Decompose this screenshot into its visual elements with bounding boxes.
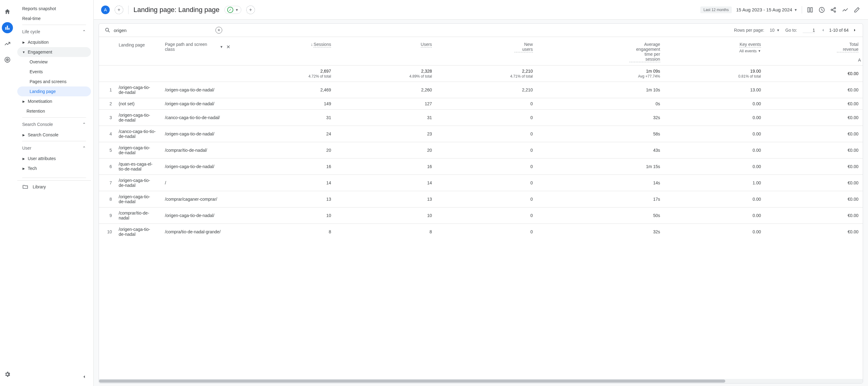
sidebar-item-acquisition[interactable]: Acquisition (17, 37, 91, 47)
segment-badge[interactable]: A (101, 5, 110, 14)
page-path-cell: /origen-caga-tio-de-nadal/ (161, 159, 235, 175)
sessions-cell: 16 (235, 159, 335, 175)
table-row[interactable]: 1/origen-caga-tio-de-nadal/origen-caga-t… (99, 82, 863, 98)
next-page-button[interactable] (852, 28, 857, 33)
key-events-cell: 0.00 (664, 98, 765, 110)
page-path-cell: /origen-caga-tio-de-nadal/ (161, 82, 235, 98)
sessions-cell: 14 (235, 175, 335, 191)
rows-per-page-label: Rows per page: (734, 28, 764, 33)
section-life-cycle[interactable]: Life cycle ⌃ (17, 26, 91, 37)
section-search-console[interactable]: Search Console ⌃ (17, 119, 91, 130)
sidebar-item-library[interactable]: Library (17, 180, 91, 193)
date-range-picker[interactable]: 15 Aug 2023 - 15 Aug 2024 ▼ (736, 7, 798, 12)
table-row[interactable]: 8/origen-caga-tio-de-nadal/comprar/cagan… (99, 191, 863, 207)
section-user[interactable]: User ⌃ (17, 142, 91, 153)
row-index: 8 (99, 191, 114, 207)
explore-icon[interactable] (2, 38, 13, 49)
revenue-cell: €0.00 (765, 175, 863, 191)
chevron-up-icon: ⌃ (82, 146, 86, 150)
status-pill[interactable]: ✓ ▼ (224, 6, 241, 14)
sidebar-item-realtime[interactable]: Real-time (17, 13, 91, 24)
users-cell: 2,260 (335, 82, 436, 98)
sidebar-item-search-console[interactable]: Search Console (17, 130, 91, 140)
sidebar-item-pages-screens[interactable]: Pages and screens (17, 77, 91, 86)
new-users-cell: 0 (436, 191, 537, 207)
search-input[interactable] (114, 28, 212, 33)
advertising-icon[interactable] (2, 54, 13, 65)
key-events-cell: 0.00 (664, 142, 765, 159)
table-row[interactable]: 7/origen-caga-tio-de-nadal/1414014s1.00€… (99, 175, 863, 191)
label: Reports snapshot (22, 6, 56, 11)
col-avg-engagement[interactable]: Average engagement time per session (537, 37, 664, 66)
horizontal-scrollbar[interactable] (99, 379, 863, 383)
page-path-cell: /origen-caga-tio-de-nadal/ (161, 126, 235, 142)
svg-line-12 (832, 8, 834, 9)
table-row[interactable]: 3/origen-caga-tio-de-nadal/canco-caga-ti… (99, 110, 863, 126)
table-row[interactable]: 10/origen-caga-tio-de-nadal/compra/tio-d… (99, 224, 863, 240)
sidebar-item-monetisation[interactable]: Monetisation (17, 96, 91, 106)
sidebar-collapse-button[interactable] (79, 371, 90, 382)
settings-icon[interactable] (2, 369, 13, 380)
svg-line-13 (832, 10, 834, 11)
label: Landing page (30, 89, 56, 94)
trend-icon[interactable] (841, 6, 849, 13)
goto-input[interactable] (803, 28, 815, 33)
icon-rail (0, 0, 15, 386)
sidebar-item-events[interactable]: Events (17, 67, 91, 77)
sidebar-item-user-attributes[interactable]: User attributes (17, 153, 91, 164)
sessions-cell: 10 (235, 207, 335, 224)
new-users-cell: 0 (436, 175, 537, 191)
table-row[interactable]: 2(not set)/origen-caga-tio-de-nadal/1491… (99, 98, 863, 110)
col-total-revenue[interactable]: Total revenue (765, 37, 863, 66)
col-new-users[interactable]: New users (436, 37, 537, 66)
revenue-cell: €0.00 (765, 142, 863, 159)
compare-icon[interactable] (806, 6, 814, 13)
secondary-dim-label: Page path and screen class (165, 42, 217, 52)
svg-point-14 (105, 28, 108, 31)
table-toolbar: ✕ Rows per page: 10 ▼ Go to: (99, 24, 863, 37)
users-cell: 8 (335, 224, 436, 240)
col-landing-page[interactable]: Landing page (114, 37, 161, 66)
add-segment-button[interactable]: + (115, 5, 123, 14)
col-sessions[interactable]: ↓Sessions (235, 37, 335, 66)
avg-cell: 1m 10s (537, 82, 664, 98)
users-cell: 14 (335, 175, 436, 191)
reports-icon[interactable] (2, 22, 13, 33)
share-icon[interactable] (830, 6, 837, 13)
landing-page-cell: /origen-caga-tio-de-nadal (114, 82, 161, 98)
avg-cell: 43s (537, 142, 664, 159)
col-users[interactable]: Users (335, 37, 436, 66)
svg-rect-7 (811, 7, 812, 12)
avg-cell: 14s (537, 175, 664, 191)
sidebar-item-overview[interactable]: Overview (17, 57, 91, 67)
users-cell: 13 (335, 191, 436, 207)
edit-icon[interactable] (853, 6, 861, 13)
table-row[interactable]: 9/comprar/tio-de-nadal/origen-caga-tio-d… (99, 207, 863, 224)
prev-page-button[interactable] (820, 28, 826, 33)
table-scroll[interactable]: Landing page Page path and screen class … (99, 37, 863, 379)
sidebar-item-engagement[interactable]: Engagement (17, 47, 91, 57)
secondary-dimension-dropdown[interactable]: Page path and screen class ▼ ✕ (165, 42, 230, 52)
remove-secondary-dim-button[interactable]: ✕ (226, 44, 230, 50)
chevron-down-icon: ▼ (776, 28, 780, 32)
rows-per-page-dropdown[interactable]: 10 ▼ (770, 28, 779, 33)
chevron-up-icon: ⌃ (82, 29, 86, 34)
date-range-text: 15 Aug 2023 - 15 Aug 2024 (736, 7, 792, 12)
revenue-cell: €0.00 (765, 98, 863, 110)
clear-search-button[interactable]: ✕ (215, 27, 222, 34)
table-row[interactable]: 6/quan-es-caga-el-tio-de-nadal/origen-ca… (99, 159, 863, 175)
add-comparison-button[interactable]: + (246, 5, 255, 14)
table-row[interactable]: 4/canco-caga-tio-tio-de-nadal/origen-cag… (99, 126, 863, 142)
col-key-events[interactable]: Key events All events ▼ (664, 37, 765, 66)
sidebar-item-landing-page[interactable]: Landing page (17, 86, 91, 96)
sidebar-item-retention[interactable]: Retention (17, 106, 91, 116)
sidebar-item-tech[interactable]: Tech (17, 164, 91, 173)
insights-icon[interactable] (818, 6, 826, 13)
key-events-filter-dropdown[interactable]: All events ▼ (669, 49, 761, 53)
sidebar-item-reports-snapshot[interactable]: Reports snapshot (17, 4, 91, 13)
table-row[interactable]: 5/origen-caga-tio-de-nadal/comprar/tio-d… (99, 142, 863, 159)
label: Library (33, 184, 46, 189)
home-icon[interactable] (2, 6, 13, 17)
label: User attributes (28, 156, 56, 161)
landing-page-cell: (not set) (114, 98, 161, 110)
